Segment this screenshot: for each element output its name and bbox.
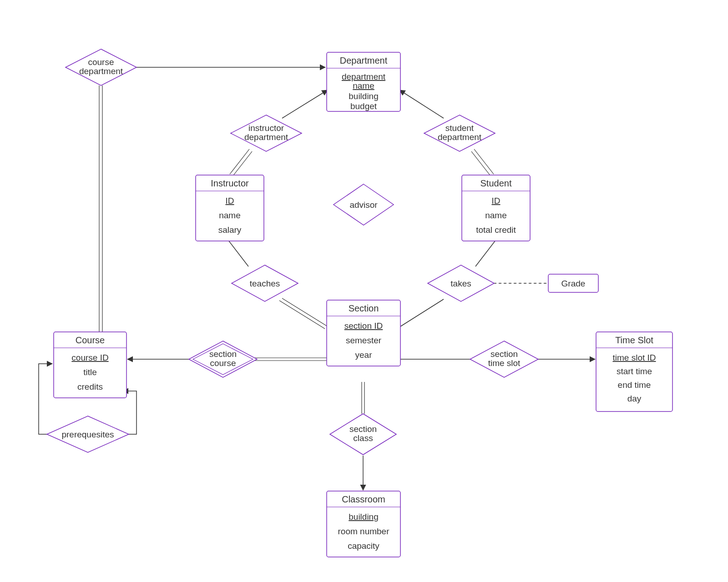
entity-course-title: Course	[76, 335, 105, 345]
rel-student-department-l1: student	[445, 123, 474, 133]
rel-advisor: advisor	[334, 184, 394, 225]
entity-course-key: course ID	[71, 353, 108, 362]
entity-timeslot-a2: end time	[618, 380, 651, 390]
entity-timeslot-a3: day	[627, 394, 642, 403]
entity-course-a2: credits	[77, 382, 103, 391]
rel-section-timeslot-l2: time slot	[488, 358, 521, 368]
entity-student-a1: name	[485, 211, 507, 220]
entity-classroom-a1: room number	[338, 527, 390, 536]
entity-instructor-key: ID	[226, 196, 234, 206]
edge-studdept-to-department	[399, 90, 444, 118]
rel-teaches: teaches	[232, 265, 298, 301]
rel-section-course-l1: section	[209, 349, 237, 359]
rel-takes-l1: takes	[450, 279, 471, 288]
entity-timeslot: Time Slot time slot ID start time end ti…	[596, 332, 672, 411]
entity-department: Department departmentname building budge…	[327, 52, 400, 111]
edge-teaches-to-section-a	[282, 298, 328, 326]
entity-course: Course course ID title credits	[54, 332, 126, 398]
edge-instrdept-to-instructor-b	[233, 151, 252, 176]
entity-instructor: Instructor ID name salary	[196, 175, 264, 241]
rel-student-department: student department	[424, 115, 495, 151]
rel-instructor-department-l2: department	[244, 132, 288, 142]
entity-department-title: Department	[340, 55, 388, 65]
rel-section-class-l2: class	[353, 433, 373, 443]
rel-prerequisites-l1: prerequesites	[61, 430, 114, 439]
entity-section-a2: year	[355, 350, 373, 360]
entity-course-a1: title	[83, 367, 97, 377]
entity-section-key: section ID	[344, 321, 383, 331]
rel-takes: takes	[428, 265, 494, 301]
edge-prereq-left	[39, 364, 55, 434]
entity-student-title: Student	[480, 178, 512, 188]
entity-section-title: Section	[349, 303, 379, 313]
entity-classroom-key: building	[349, 512, 379, 522]
rel-prerequisites: prerequesites	[47, 416, 129, 452]
edge-teaches-to-section-b	[279, 301, 325, 329]
rel-instructor-department-l1: instructor	[248, 123, 284, 133]
entity-section-a1: semester	[346, 336, 382, 345]
rel-teaches-l1: teaches	[250, 279, 280, 288]
entity-instructor-a1: name	[219, 211, 241, 220]
entity-student: Student ID name total credit	[462, 175, 530, 241]
rel-section-course: section course	[189, 341, 257, 377]
rel-course-department-l2: department	[79, 66, 123, 76]
entity-department-a2: budget	[350, 101, 377, 111]
entity-timeslot-key: time slot ID	[612, 353, 656, 362]
edge-teaches-to-instructor	[229, 241, 248, 266]
entity-student-key: ID	[492, 196, 500, 206]
entity-instructor-title: Instructor	[211, 178, 249, 188]
edge-studdept-to-student-b	[471, 151, 491, 176]
entity-student-a2: total credit	[476, 225, 516, 235]
rel-course-department: course department	[66, 49, 136, 85]
edge-instrdept-to-instructor-a	[230, 149, 249, 174]
edge-takes-to-section	[400, 299, 444, 326]
rel-advisor-l1: advisor	[349, 200, 378, 210]
edge-takes-to-student	[475, 241, 495, 266]
edge-instrdept-to-department	[282, 90, 328, 118]
rel-student-department-l2: department	[438, 132, 482, 142]
attr-grade-label: Grade	[561, 279, 586, 288]
rel-section-timeslot: section time slot	[470, 341, 538, 377]
rel-section-class-l1: section	[349, 424, 377, 434]
rel-section-timeslot-l1: section	[490, 349, 518, 359]
entity-timeslot-a1: start time	[617, 366, 652, 376]
attr-grade: Grade	[548, 274, 598, 292]
entity-classroom: Classroom building room number capacity	[327, 491, 400, 557]
entity-classroom-a2: capacity	[348, 541, 379, 551]
rel-section-course-l2: course	[210, 358, 236, 368]
entity-classroom-title: Classroom	[342, 494, 385, 504]
edge-studdept-to-student-a	[474, 149, 494, 174]
entity-instructor-a2: salary	[218, 225, 242, 235]
rel-instructor-department: instructor department	[231, 115, 302, 151]
entity-section: Section section ID semester year	[327, 300, 400, 366]
entity-department-a1: building	[349, 91, 379, 101]
rel-course-department-l1: course	[88, 57, 114, 67]
entity-timeslot-title: Time Slot	[615, 335, 653, 345]
rel-section-class: section class	[330, 414, 396, 455]
